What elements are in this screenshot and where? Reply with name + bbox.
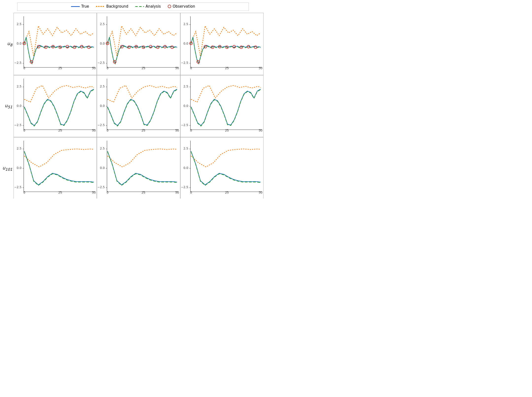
svg-text:2.5: 2.5 (100, 85, 105, 88)
svg-text:−2.5: −2.5 (98, 123, 105, 127)
plot-svg-2-1: 2.5 0.0 −2.5 0 25 50 (14, 75, 97, 137)
svg-text:−2.5: −2.5 (181, 185, 188, 189)
plot-row-u101: u101 2.5 0.0 −2.5 0 25 50 (2, 137, 264, 198)
legend-observation: Observation (168, 4, 195, 9)
svg-text:0.0: 0.0 (100, 166, 105, 170)
svg-text:2.5: 2.5 (17, 85, 22, 88)
plot-row-u51: u51 2.5 0.0 −2.5 0 25 50 (2, 75, 264, 137)
svg-text:2.5: 2.5 (183, 85, 188, 88)
plot-3-1: 2.5 0.0 −2.5 0 25 50 (14, 137, 97, 198)
plot-2-3: 2.5 0.0 −2.5 0 25 50 (180, 75, 264, 137)
svg-text:−2.5: −2.5 (98, 61, 105, 65)
svg-text:−2.5: −2.5 (14, 185, 21, 189)
plot-svg-3-2: 2.5 0.0 −2.5 0 25 50 (97, 137, 180, 198)
plot-3-2: 2.5 0.0 −2.5 0 25 50 (97, 137, 180, 198)
plot-3-3: 2.5 0.0 −2.5 0 25 50 (180, 137, 264, 198)
svg-text:−2.5: −2.5 (98, 185, 105, 189)
svg-text:2.5: 2.5 (183, 147, 188, 150)
plot-1-1: 2.5 0.0 −2.5 0 25 50 (14, 13, 97, 75)
legend-background-label: Background (106, 4, 129, 9)
ylabel-u51: u51 (2, 75, 14, 137)
ylabel-u101: u101 (2, 137, 14, 198)
legend-background: Background (96, 4, 129, 9)
legend-analysis-label: Analysis (146, 4, 161, 9)
svg-text:0.0: 0.0 (17, 42, 22, 45)
legend-analysis: Analysis (135, 4, 161, 9)
plot-svg-2-2: 2.5 0.0 −2.5 0 25 50 (97, 75, 180, 137)
svg-text:2.5: 2.5 (100, 147, 105, 150)
svg-text:−2.5: −2.5 (14, 123, 21, 127)
svg-text:2.5: 2.5 (17, 147, 22, 150)
plot-svg-2-3: 2.5 0.0 −2.5 0 25 50 (181, 75, 263, 137)
plot-svg-3-1: 2.5 0.0 −2.5 0 25 50 (14, 137, 97, 198)
plot-2-2: 2.5 0.0 −2.5 0 25 50 (97, 75, 180, 137)
plot-svg-1-1: 2.5 0.0 −2.5 0 25 50 (14, 13, 97, 75)
svg-text:0.0: 0.0 (100, 104, 105, 107)
svg-text:0.0: 0.0 (17, 166, 22, 170)
svg-text:2.5: 2.5 (17, 22, 22, 26)
svg-text:2.5: 2.5 (100, 22, 105, 26)
legend: True Background Analysis Observation (17, 2, 249, 11)
legend-background-line (96, 6, 105, 7)
svg-text:0.0: 0.0 (183, 42, 188, 45)
plot-1-2: 2.5 0.0 −2.5 0 25 50 (97, 13, 180, 75)
svg-text:−2.5: −2.5 (14, 61, 21, 65)
legend-analysis-line (135, 6, 144, 7)
plot-1-3: 2.5 0.0 −2.5 0 25 50 (180, 13, 264, 75)
ylabel-u8: u8 (2, 13, 14, 75)
main-container: True Background Analysis Observation u8 (0, 0, 266, 198)
plot-row-u8: u8 2.5 0.0 −2.5 0 25 (2, 13, 264, 75)
plot-svg-1-2: 2.5 0.0 −2.5 0 25 50 (97, 13, 180, 75)
legend-true-line (71, 6, 80, 7)
legend-observation-label: Observation (173, 4, 195, 9)
plot-2-1: 2.5 0.0 −2.5 0 25 50 (14, 75, 97, 137)
plot-svg-1-3: 2.5 0.0 −2.5 0 25 50 (181, 13, 263, 75)
row-plots-u101: 2.5 0.0 −2.5 0 25 50 (14, 137, 264, 198)
plots-container: u8 2.5 0.0 −2.5 0 25 (2, 13, 264, 198)
row-plots-u51: 2.5 0.0 −2.5 0 25 50 (14, 75, 264, 137)
legend-true: True (71, 4, 89, 9)
plot-svg-3-3: 2.5 0.0 −2.5 0 25 50 (181, 137, 263, 198)
svg-text:−2.5: −2.5 (181, 123, 188, 127)
svg-text:2.5: 2.5 (183, 22, 188, 26)
svg-text:0.0: 0.0 (183, 166, 188, 170)
svg-text:−2.5: −2.5 (181, 61, 188, 65)
svg-text:0.0: 0.0 (183, 104, 188, 107)
svg-text:0.0: 0.0 (17, 104, 22, 107)
legend-observation-circle (168, 5, 171, 8)
svg-text:0.0: 0.0 (100, 42, 105, 45)
legend-true-label: True (81, 4, 89, 9)
row-plots-u8: 2.5 0.0 −2.5 0 25 50 (14, 13, 264, 75)
